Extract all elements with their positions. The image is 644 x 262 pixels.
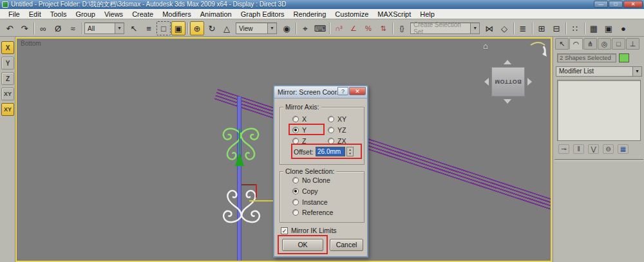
select-and-manipulate-icon[interactable]: ⌖ (298, 21, 312, 35)
radio-axis-yz[interactable]: YZ (328, 126, 346, 134)
radio-no-clone[interactable]: No Clone (292, 176, 330, 184)
maximize-button[interactable]: □ (609, 1, 623, 8)
dialog-close-button[interactable]: ✕ (349, 87, 366, 95)
menu-tools[interactable]: Tools (46, 10, 71, 18)
tab-utilities[interactable]: ⊥ (626, 38, 639, 50)
render-setup-icon[interactable]: ▦ (587, 21, 601, 35)
named-selection-set-combo[interactable]: Create Selection Set ▼ (410, 23, 480, 34)
select-and-link-icon[interactable]: ∞ (36, 21, 50, 35)
tab-display[interactable]: □ (612, 38, 625, 50)
selection-filter-combo[interactable]: All ▼ (84, 23, 124, 34)
rectangular-selection-region-icon[interactable]: □ (156, 21, 171, 35)
checkbox-checked-icon[interactable]: ✓ (281, 227, 288, 234)
radio-axis-x[interactable]: X (292, 115, 307, 123)
axis-z-button[interactable]: Z (1, 72, 14, 85)
bind-to-space-warp-icon[interactable]: ≈ (66, 21, 80, 35)
viewcube-orbit-icon[interactable] (527, 40, 549, 59)
chevron-down-icon[interactable]: ▼ (115, 23, 124, 33)
pin-stack-icon[interactable]: ⊸ (558, 144, 569, 154)
axis-x-button[interactable]: X (1, 41, 14, 54)
rendered-frame-window-icon[interactable]: ▣ (601, 21, 616, 35)
dialog-title-bar[interactable]: Mirror: Screen Coor... ? ✕ (274, 86, 367, 98)
tab-hierarchy[interactable]: ⋔ (583, 38, 597, 50)
select-and-rotate-icon[interactable]: ↻ (205, 21, 219, 35)
viewcube-face[interactable]: BOTTOM (491, 67, 525, 97)
radio-instance[interactable]: Instance (292, 198, 328, 206)
viewcube-arrow-left-icon[interactable] (484, 78, 489, 86)
chevron-down-icon[interactable]: ▼ (632, 67, 641, 76)
axis-y-button[interactable]: Y (1, 57, 14, 70)
remove-modifier-icon[interactable]: ⊖ (603, 144, 614, 154)
close-button[interactable]: ✕ (623, 1, 643, 8)
radio-copy[interactable]: Copy (292, 187, 318, 195)
tab-modify[interactable]: ◠ (569, 38, 583, 50)
spinner-snap-icon[interactable]: ⇅ (376, 21, 390, 35)
radio-icon[interactable] (292, 209, 299, 216)
axis-xy-flyout-button[interactable]: XY (1, 103, 14, 116)
axis-xy-button[interactable]: XY (1, 88, 14, 100)
menu-animation[interactable]: Animation (196, 10, 236, 18)
select-and-scale-icon[interactable]: △ (220, 21, 234, 35)
viewcube-arrow-up-icon[interactable] (504, 60, 511, 64)
select-and-move-icon[interactable]: ⊕ (190, 21, 204, 35)
tab-motion[interactable]: ◎ (598, 38, 611, 50)
menu-views[interactable]: Views (100, 10, 128, 18)
material-editor-icon[interactable]: ∷ (568, 21, 582, 35)
render-production-icon[interactable]: ● (616, 21, 630, 35)
viewport-label[interactable]: Bottom (21, 40, 41, 47)
layer-manager-icon[interactable]: ≣ (516, 21, 530, 35)
use-center-icon[interactable]: ◉ (279, 21, 294, 35)
configure-modifier-sets-icon[interactable]: ▦ (618, 144, 629, 154)
select-by-name-icon[interactable]: ≡ (142, 21, 156, 35)
percent-snap-icon[interactable]: % (361, 21, 375, 35)
mirror-ik-limits-checkbox[interactable]: ✓ Mirror IK Limits (281, 227, 337, 234)
menu-rendering[interactable]: Rendering (289, 10, 331, 18)
window-crossing-icon[interactable]: ▣ (171, 21, 185, 35)
menu-group[interactable]: Group (71, 10, 100, 18)
menu-maxscript[interactable]: MAXScript (373, 10, 415, 18)
menu-create[interactable]: Create (128, 10, 158, 18)
menu-customize[interactable]: Customize (330, 10, 373, 18)
modifier-stack-list[interactable] (557, 80, 641, 141)
angle-snap-icon[interactable]: ∠ (346, 21, 361, 35)
radio-selected-icon[interactable] (292, 188, 299, 194)
viewcube-home-icon[interactable]: ⌂ (483, 41, 488, 51)
radio-icon[interactable] (292, 199, 299, 205)
radio-icon[interactable] (328, 116, 334, 122)
radio-icon[interactable] (328, 127, 334, 133)
mirror-icon[interactable]: ⋈ (482, 21, 497, 35)
schematic-view-icon[interactable]: ⊟ (549, 21, 564, 35)
minimize-button[interactable]: — (594, 1, 608, 8)
show-end-result-icon[interactable]: ‖ (573, 144, 584, 154)
snaps-toggle-icon[interactable]: ∩³ (332, 21, 346, 35)
keyboard-override-icon[interactable]: ⌨ (313, 21, 327, 35)
redo-icon[interactable]: ↷ (17, 21, 32, 35)
unlink-selection-icon[interactable]: Ø (51, 21, 65, 35)
align-icon[interactable]: ◇ (497, 21, 511, 35)
modifier-list-dropdown[interactable]: Modifier List ▼ (556, 66, 642, 77)
selected-scroll-shape[interactable] (215, 126, 267, 174)
viewcube-arrow-right-icon[interactable] (527, 78, 532, 86)
menu-graph-editors[interactable]: Graph Editors (236, 10, 289, 18)
chevron-down-icon[interactable]: ▼ (267, 23, 276, 33)
make-unique-icon[interactable]: ⋁ (588, 144, 599, 154)
viewcube-arrow-down-icon[interactable] (504, 99, 511, 104)
radio-reference[interactable]: Reference (292, 209, 333, 216)
reference-coordinate-combo[interactable]: View ▼ (236, 23, 277, 34)
undo-icon[interactable]: ↶ (3, 21, 17, 35)
menu-help[interactable]: Help (415, 10, 439, 18)
dialog-help-button[interactable]: ? (337, 87, 348, 95)
tab-create[interactable]: ↖ (555, 38, 569, 50)
menu-edit[interactable]: Edit (24, 10, 46, 18)
select-object-icon[interactable]: ↖ (127, 21, 141, 35)
edit-named-sets-icon[interactable]: {} (395, 21, 409, 35)
radio-icon[interactable] (292, 116, 299, 122)
menu-file[interactable]: File (4, 10, 24, 18)
radio-axis-xy[interactable]: XY (328, 115, 346, 123)
curve-editor-icon[interactable]: ⊞ (535, 21, 549, 35)
radio-icon[interactable] (292, 177, 299, 183)
chevron-down-icon[interactable]: ▼ (470, 23, 479, 33)
object-color-swatch[interactable] (619, 53, 629, 62)
cancel-button[interactable]: Cancel (330, 239, 363, 251)
menu-modifiers[interactable]: Modifiers (158, 10, 196, 18)
